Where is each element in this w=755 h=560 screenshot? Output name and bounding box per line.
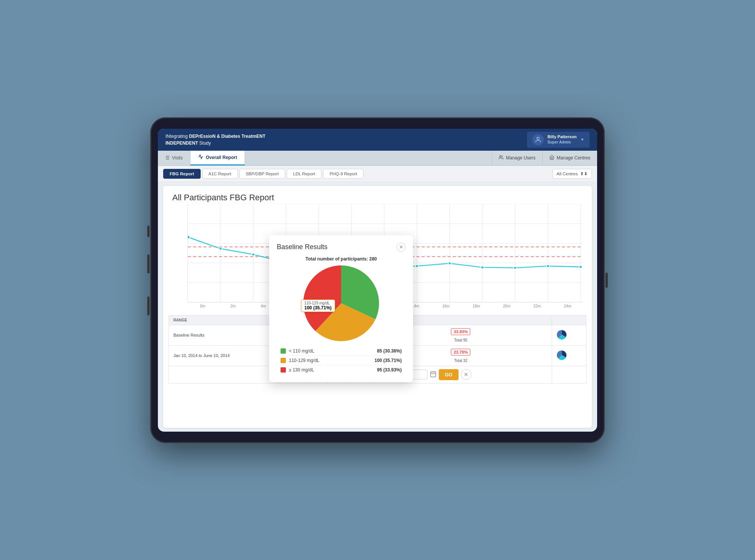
sub-tab-fbg[interactable]: FBG Report (163, 169, 201, 179)
pie-tooltip: 110-129 mg/dL 100 (35.71%) (301, 299, 335, 312)
total-text-2: Total 32 (454, 359, 467, 363)
app-title-line2-bold: INDEPENDENT (165, 140, 198, 146)
svg-point-29 (415, 265, 418, 267)
sub-tab-sbp[interactable]: SBP/DBP Report (239, 169, 285, 179)
main-content: All Participants FBG Report 250 200 150 … (163, 186, 592, 428)
svg-point-31 (481, 266, 484, 268)
percent-badge-1: 33.93% (451, 328, 470, 335)
nav-right: Manage Users Manage Centres (491, 151, 597, 165)
visits-icon: ☰ (165, 155, 170, 161)
cancel-row-button[interactable]: ✕ (461, 369, 471, 380)
manage-centres-action[interactable]: Manage Centres (542, 151, 597, 165)
go-button[interactable]: GO (439, 369, 459, 380)
legend-label-2: ≥ 130 mg/dL (289, 367, 314, 373)
nav-tab-visits[interactable]: ☰ Visits (158, 151, 190, 165)
manage-centres-label: Manage Centres (557, 155, 590, 161)
centres-select[interactable]: All Centres ⬆⬇ (552, 169, 592, 179)
sub-tab-phq9[interactable]: PHQ-9 Report (323, 169, 363, 179)
svg-rect-35 (431, 372, 436, 377)
total-text-1: Total 95 (454, 338, 467, 342)
building-icon (549, 155, 554, 161)
chart-icon (198, 154, 203, 161)
legend-color-2 (281, 367, 286, 373)
svg-point-30 (448, 262, 451, 265)
svg-point-33 (546, 265, 549, 267)
svg-point-23 (219, 247, 222, 250)
app-title-line1-bold: DEPrEssioN & Diabetes TreatmENT (189, 134, 265, 139)
pie-chart-icon-1[interactable] (557, 329, 567, 340)
modal-header: Baseline Results ✕ (277, 243, 406, 252)
pie-tooltip-range: 110-129 mg/dL (304, 301, 332, 305)
legend-label-0: < 110 mg/dL (289, 348, 314, 354)
legend-value-0: 85 (30.36%) (377, 348, 402, 354)
legend-item-0: < 110 mg/dL 85 (30.36%) (281, 346, 402, 356)
user-role: Super Admin (548, 140, 577, 145)
calendar-icon[interactable] (430, 371, 437, 378)
top-header: INtegrating DEPrEssioN & Diabetes Treatm… (158, 129, 597, 151)
user-name: Billy Patterson (548, 134, 577, 140)
close-icon: ✕ (399, 244, 403, 250)
modal-subtitle: Total number of participants: 280 (277, 256, 406, 262)
centres-label: All Centres (557, 172, 578, 176)
sub-tab-fbg-label: FBG Report (170, 172, 194, 176)
app-title-line1-normal: INtegrating (165, 134, 189, 139)
legend-label-1: 110-129 mg/dL (289, 358, 320, 363)
svg-point-32 (513, 266, 516, 269)
legend-item-1: 110-129 mg/dL 100 (35.71%) (281, 356, 402, 365)
sub-tabs: FBG Report A1C Report SBP/DBP Report LDL… (163, 169, 363, 179)
users-icon (499, 155, 504, 161)
baseline-results-modal: Baseline Results ✕ Total number of parti… (269, 235, 413, 382)
report-title: All Participants FBG Report (163, 186, 592, 204)
svg-point-1 (500, 156, 501, 157)
legend-value-1: 100 (35.71%) (374, 358, 402, 363)
sub-tab-phq9-label: PHQ-9 Report (329, 172, 357, 176)
legend-color-1 (281, 358, 286, 363)
percent-badge-2: 23.70% (451, 349, 470, 356)
app-title: INtegrating DEPrEssioN & Diabetes Treatm… (165, 133, 265, 147)
nav-tab-visits-label: Visits (172, 155, 183, 161)
legend-value-2: 95 (33.93%) (377, 367, 402, 373)
pie-tooltip-value: 100 (35.71%) (304, 305, 332, 310)
centres-dropdown-icon: ⬆⬇ (580, 171, 588, 176)
legend-item-2: ≥ 130 mg/dL 95 (33.93%) (281, 365, 402, 374)
user-info: Billy Patterson Super Admin (548, 134, 577, 145)
avatar (532, 134, 544, 145)
svg-point-24 (252, 253, 255, 256)
nav-tab-overall-label: Overall Report (206, 155, 237, 160)
manage-users-action[interactable]: Manage Users (491, 151, 542, 165)
sub-tab-ldl[interactable]: LDL Report (287, 169, 321, 179)
col-range: RANGE (169, 315, 281, 325)
pie-container: 110-129 mg/dL 100 (35.71%) (277, 265, 406, 341)
row-label-1: Baseline Results (169, 325, 281, 345)
pie-chart-icon-2[interactable] (557, 350, 567, 360)
sub-tab-a1c-label: A1C Report (209, 172, 231, 176)
svg-point-22 (188, 235, 190, 239)
nav-bar: ☰ Visits Overall Report (158, 151, 597, 166)
user-section[interactable]: Billy Patterson Super Admin ▼ (527, 132, 590, 148)
app-title-line2-normal: Study (198, 140, 211, 146)
nav-left: ☰ Visits Overall Report (158, 151, 245, 165)
sub-tab-ldl-label: LDL Report (293, 172, 315, 176)
manage-users-label: Manage Users (506, 155, 535, 161)
nav-tab-overall-report[interactable]: Overall Report (190, 151, 245, 165)
row-label-2: Jan 10, 2014 to June 10, 2014 (169, 345, 281, 366)
user-dropdown-icon[interactable]: ▼ (580, 137, 584, 142)
legend-color-0 (281, 348, 286, 354)
svg-point-0 (537, 137, 539, 139)
sub-tab-a1c[interactable]: A1C Report (202, 169, 238, 179)
modal-title: Baseline Results (277, 243, 328, 251)
col-actions (552, 315, 587, 325)
svg-point-34 (579, 265, 582, 268)
sub-tab-sbp-label: SBP/DBP Report (246, 172, 279, 176)
sub-nav: FBG Report A1C Report SBP/DBP Report LDL… (158, 166, 597, 182)
modal-close-button[interactable]: ✕ (396, 243, 406, 252)
legend: < 110 mg/dL 85 (30.36%) 110-129 mg/dL 10… (277, 346, 406, 374)
